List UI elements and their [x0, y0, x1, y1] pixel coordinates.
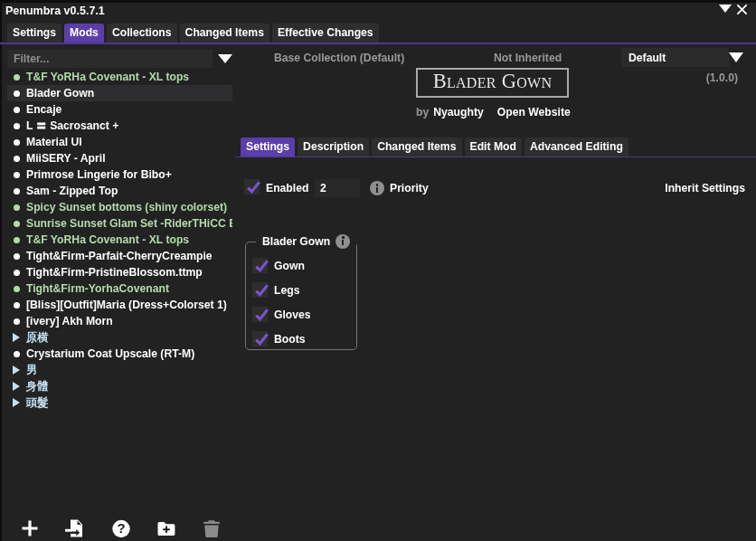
dot-shape	[14, 351, 20, 357]
enabled-checkbox[interactable]	[244, 179, 260, 195]
option-checkbox-boots[interactable]	[252, 331, 268, 346]
import-mod-icon[interactable]	[64, 518, 84, 538]
mod-list-item[interactable]: Crystarium Coat Upscale (RT-M)	[7, 346, 232, 362]
mod-dot-icon	[7, 318, 25, 325]
option-label-gown: Gown	[274, 260, 305, 272]
mod-dot-icon	[7, 139, 25, 146]
info-stem-shape	[342, 240, 345, 245]
mod-dot-icon	[7, 188, 25, 195]
dot-shape	[14, 270, 20, 276]
mod-filter-placeholder: Filter...	[14, 52, 49, 65]
mod-list-item[interactable]: L 〓 Sacrosanct +	[7, 118, 232, 134]
dot-shape	[14, 253, 20, 260]
mod-list-item[interactable]: Tight&Firm-Parfait-CherryCreampie	[7, 248, 232, 264]
option-group-header: Blader Gown	[256, 233, 356, 249]
svg-text:?: ?	[117, 520, 125, 536]
window-top-border	[0, 0, 756, 3]
collection-select[interactable]: Default	[621, 48, 729, 67]
mod-dot-icon	[7, 172, 25, 178]
mod-list-item[interactable]: T&F YoRHa Covenant - XL tops	[7, 69, 232, 85]
mod-title: Blader Gown	[433, 71, 553, 94]
mod-list-item[interactable]: Primrose Lingerie for Bibo+	[7, 166, 232, 183]
main-tab-underline	[0, 43, 756, 44]
base-collection-label: Base Collection (Default)	[274, 52, 404, 64]
option-label-boots: Boots	[274, 333, 306, 346]
mod-list-item[interactable]: Material UI	[7, 134, 232, 150]
group-info-icon	[335, 234, 350, 249]
mod-version: (1.0.0)	[593, 71, 738, 84]
mod-list-item[interactable]: Sam - Zipped Top	[7, 183, 232, 199]
tab-effective-changes[interactable]: Effective Changes	[272, 24, 379, 43]
dot-shape	[14, 302, 20, 308]
inherit-settings-button[interactable]: Inherit Settings	[564, 182, 745, 195]
option-checkbox-gown[interactable]	[252, 258, 268, 273]
folder-list-item[interactable]: 原横	[7, 329, 232, 346]
dot-shape	[14, 74, 20, 81]
inheritance-status-label: Not Inherited	[494, 52, 562, 64]
mod-list-item[interactable]: Tight&Firm-PristineBlossom.ttmp	[7, 264, 232, 280]
mod-byline: by Nyaughty Open Website	[416, 106, 571, 119]
mod-tab-settings[interactable]: Settings	[241, 138, 295, 157]
priority-input[interactable]: 2	[315, 179, 360, 197]
mod-dot-icon	[7, 302, 25, 308]
folder-arrow-icon	[7, 333, 25, 342]
info-stem-shape	[376, 187, 379, 193]
mod-dot-icon	[7, 156, 25, 162]
priority-value: 2	[320, 182, 326, 195]
folder-arrow-icon	[7, 398, 25, 407]
mod-list-item[interactable]: MiiSERY - April	[7, 150, 232, 166]
collection-selected-value: Default	[628, 52, 666, 64]
mod-tab-edit-mod[interactable]: Edit Mod	[465, 138, 522, 157]
mod-dot-icon	[7, 90, 25, 97]
mod-list-item[interactable]: Tight&Firm-YorhaCovenant	[7, 280, 232, 297]
tab-collections[interactable]: Collections	[107, 24, 177, 43]
filter-options-arrow-icon[interactable]	[218, 54, 232, 63]
option-group-name: Blader Gown	[262, 235, 330, 248]
main-tab-bar: Settings Mods Collections Changed Items …	[7, 24, 379, 43]
dot-shape	[14, 318, 20, 325]
mod-list-item[interactable]: [Bliss][Outfit]Maria (Dress+Colorset 1)	[7, 297, 232, 313]
mod-list-item[interactable]: [ivery] Akh Morn	[7, 313, 232, 329]
mod-tab-description[interactable]: Description	[298, 138, 369, 157]
folder-list-item[interactable]: 男	[7, 362, 232, 378]
mod-dot-icon	[7, 107, 25, 113]
priority-info-icon	[370, 181, 384, 195]
dot-shape	[14, 123, 20, 129]
triangle-shape	[13, 382, 20, 391]
folder-list-item[interactable]: 身體	[7, 378, 232, 394]
mod-list-item-selected[interactable]: Blader Gown	[7, 85, 232, 101]
open-website-link[interactable]: Open Website	[497, 106, 571, 119]
collapse-icon[interactable]	[719, 5, 732, 13]
mod-dot-icon	[7, 270, 25, 276]
help-icon[interactable]: ?	[111, 518, 131, 538]
tab-settings[interactable]: Settings	[7, 24, 61, 43]
mod-list-item[interactable]: Encaje	[7, 101, 232, 118]
enabled-label: Enabled	[266, 182, 308, 195]
option-checkbox-gloves[interactable]	[252, 307, 268, 322]
mod-list-item[interactable]: Spicy Sunset bottoms (shiny colorset)	[7, 199, 232, 215]
window-title: Penumbra v0.5.7.1	[5, 4, 105, 18]
collection-select-arrow-icon[interactable]	[729, 52, 743, 62]
mod-tab-advanced-editing[interactable]: Advanced Editing	[524, 138, 628, 157]
mod-list-item[interactable]: Sunrise Sunset Glam Set -RiderTHiCC Edit	[7, 215, 232, 232]
folder-arrow-icon	[7, 382, 25, 391]
delete-mod-icon[interactable]	[202, 518, 222, 538]
mod-dot-icon	[7, 237, 25, 243]
tab-mods[interactable]: Mods	[64, 24, 104, 43]
mod-author: Nyaughty	[433, 106, 484, 119]
mod-tab-changed-items[interactable]: Changed Items	[372, 138, 461, 157]
window-left-border	[0, 0, 2, 541]
folder-list-item[interactable]: 頭髮	[7, 394, 232, 411]
mod-filter-input[interactable]: Filter...	[7, 50, 213, 68]
option-label-legs: Legs	[274, 284, 299, 297]
add-mod-icon[interactable]	[20, 518, 40, 538]
close-icon[interactable]	[736, 4, 749, 16]
triangle-shape	[13, 333, 20, 342]
mod-list-item[interactable]: T&F YoRHa Covenant - XL tops	[7, 232, 232, 248]
option-checkbox-legs[interactable]	[252, 282, 268, 298]
mod-tab-bar: Settings Description Changed Items Edit …	[241, 138, 628, 157]
mod-tab-underline	[235, 157, 756, 158]
tab-changed-items[interactable]: Changed Items	[180, 24, 269, 43]
add-folder-icon[interactable]	[156, 518, 176, 538]
by-label: by	[416, 106, 429, 119]
